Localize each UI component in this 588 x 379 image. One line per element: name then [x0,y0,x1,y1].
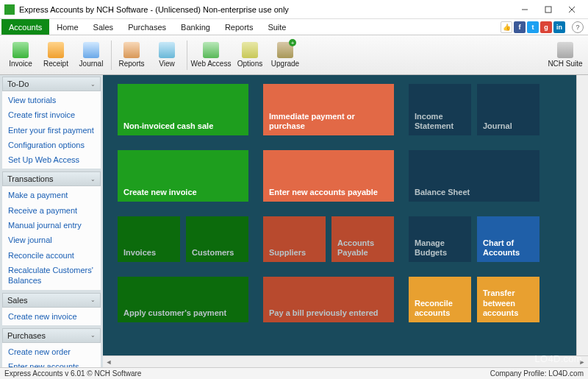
tile-create-invoice[interactable]: Create new invoice [118,150,248,202]
web-label: Web Access [191,60,232,68]
tile-enter-ap[interactable]: Enter new accounts payable [263,150,394,202]
tile-income-statement[interactable]: Income Statement [409,84,471,135]
sidebar-link[interactable]: Reconcile account [2,248,101,263]
sidebar-head-purchases[interactable]: Purchases⌄ [2,328,101,343]
sidebar-link[interactable]: Configuration options [2,138,101,152]
view-label: View [159,60,175,68]
sidebar-link[interactable]: Enter new accounts payable [2,359,101,367]
webaccess-button[interactable]: Web Access [190,37,232,74]
sidebar-head-sales[interactable]: Sales⌄ [2,293,101,308]
invoice-label: Invoice [9,60,32,68]
tile-immediate-payment[interactable]: Immediate payment or purchase [263,84,394,135]
canvas[interactable]: Non-invoiced cash sale Immediate payment… [103,75,588,355]
chevron-icon: ⌄ [90,297,96,303]
scroll-left-icon[interactable]: ◄ [103,357,115,367]
journal-button[interactable]: Journal [74,37,109,74]
view-icon [159,42,175,58]
statusbar: Express Accounts v 6.01 © NCH Software C… [0,367,588,379]
sidebar-link[interactable]: Create new order [2,344,101,359]
reports-icon [123,42,140,58]
scrollbar-vertical[interactable] [576,75,588,355]
menu-home[interactable]: Home [49,19,85,35]
tile-accounts-payable[interactable]: Accounts Payable [331,216,394,262]
sidebar-link[interactable]: Manual journal entry [2,218,101,233]
sidebar-link[interactable]: Create new invoice [2,309,101,324]
suite-icon [557,42,573,58]
sidebar-link[interactable]: Set Up Web Access [2,152,101,167]
nchsuite-button[interactable]: NCH Suite [545,37,585,74]
sidebar-link[interactable]: View tutorials [2,93,101,107]
menu-purchases[interactable]: Purchases [121,19,173,35]
tile-reconcile[interactable]: Reconcile accounts [409,277,471,322]
options-icon [242,42,258,58]
web-icon [203,42,219,58]
tile-manage-budgets[interactable]: Manage Budgets [409,216,471,262]
chevron-icon: ⌄ [90,332,96,339]
sidebar-link[interactable]: Make a payment [2,188,101,202]
journal-label: Journal [79,60,104,68]
sidebar-link[interactable]: View journal [2,233,101,247]
invoice-button[interactable]: Invoice [3,37,38,74]
sidebar-link[interactable]: Create first invoice [2,107,101,122]
upgrade-button[interactable]: Upgrade [268,37,303,74]
sidebar-title: Purchases [7,331,46,340]
sidebar-title: Transactions [7,174,54,183]
tile-balance-sheet[interactable]: Balance Sheet [409,150,539,202]
sidebar-section-todo: To-Do⌄ View tutorials Create first invoi… [2,77,101,169]
sidebar-link[interactable]: Recalculate Customers' Balances [2,263,101,288]
titlebar: Express Accounts by NCH Software - (Unli… [0,0,588,19]
view-button[interactable]: View [149,37,184,74]
sidebar-head-transactions[interactable]: Transactions⌄ [2,171,101,186]
toolbar: Invoice Receipt Journal Reports View Web… [0,35,588,75]
close-button[interactable] [560,2,584,17]
minimize-button[interactable] [513,2,537,17]
tile-journal[interactable]: Journal [477,84,539,135]
menu-banking[interactable]: Banking [173,19,218,35]
twitter-icon[interactable]: t [527,21,539,33]
app-icon [4,4,15,15]
menu-suite[interactable]: Suite [260,19,293,35]
status-left: Express Accounts v 6.01 © NCH Software [4,369,141,378]
canvas-wrap: Non-invoiced cash sale Immediate payment… [103,75,588,367]
googleplus-icon[interactable]: g [540,21,552,33]
menu-reports[interactable]: Reports [218,19,261,35]
receipt-label: Receipt [43,60,68,68]
tile-customers[interactable]: Customers [186,216,248,262]
menu-sales[interactable]: Sales [86,19,121,35]
sidebar: To-Do⌄ View tutorials Create first invoi… [0,75,103,367]
sidebar-section-purchases: Purchases⌄ Create new order Enter new ac… [2,328,101,367]
tile-transfer[interactable]: Transfer between accounts [477,277,539,322]
tile-pay-bill[interactable]: Pay a bill previously entered [263,277,394,322]
window-title: Express Accounts by NCH Software - (Unli… [19,5,513,14]
scrollbar-horizontal[interactable]: ◄ ► [103,355,588,367]
menu-accounts[interactable]: Accounts [1,19,49,35]
reports-button[interactable]: Reports [114,37,149,74]
receipt-button[interactable]: Receipt [38,37,74,74]
upgrade-label: Upgrade [271,60,299,68]
tile-apply-payment[interactable]: Apply customer's payment [118,277,248,322]
sidebar-title: To-Do [7,79,29,88]
sidebar-link[interactable]: Enter your first payment [2,123,101,138]
linkedin-icon[interactable]: in [553,21,565,33]
sidebar-section-transactions: Transactions⌄ Make a payment Receive a p… [2,171,101,289]
tile-suppliers[interactable]: Suppliers [263,216,326,262]
maximize-button[interactable] [537,2,560,17]
options-button[interactable]: Options [232,37,268,74]
sidebar-head-todo[interactable]: To-Do⌄ [2,77,101,91]
receipt-icon [48,42,64,58]
upgrade-icon [277,42,293,58]
scroll-right-icon[interactable]: ► [576,357,588,367]
scroll-track[interactable] [115,357,576,367]
tile-invoices[interactable]: Invoices [118,216,180,262]
facebook-icon[interactable]: f [514,21,526,33]
invoice-icon [12,42,29,58]
tile-chart-accounts[interactable]: Chart of Accounts [477,216,539,262]
toolbar-separator [187,40,187,70]
sidebar-link[interactable]: Receive a payment [2,203,101,218]
journal-icon [83,42,99,58]
suite-label: NCH Suite [548,60,582,68]
like-icon[interactable]: 👍 [501,21,512,33]
chevron-icon: ⌄ [90,176,96,183]
tile-noninvoiced-sale[interactable]: Non-invoiced cash sale [118,84,248,135]
help-icon[interactable]: ? [572,21,584,33]
